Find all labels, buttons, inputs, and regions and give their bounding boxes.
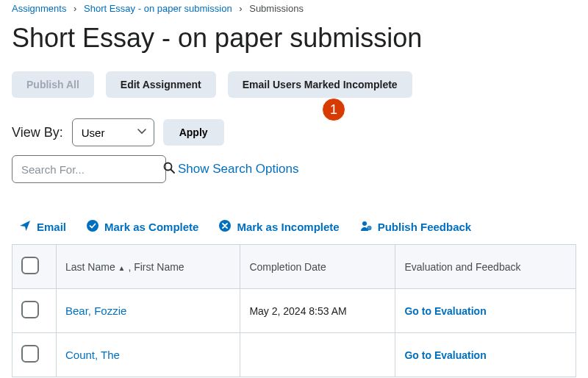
svg-point-4 bbox=[362, 221, 367, 226]
x-circle-icon bbox=[219, 220, 231, 234]
select-all-checkbox[interactable] bbox=[21, 257, 39, 274]
svg-line-1 bbox=[171, 170, 175, 174]
breadcrumb: Assignments › Short Essay - on paper sub… bbox=[12, 0, 576, 17]
table-row: Count, The Go to Evaluation bbox=[12, 333, 576, 377]
search-box[interactable] bbox=[12, 155, 166, 183]
email-incomplete-button[interactable]: Email Users Marked Incomplete bbox=[228, 71, 412, 98]
svg-point-2 bbox=[87, 220, 98, 232]
evaluation-header[interactable]: Evaluation and Feedback bbox=[395, 245, 576, 289]
check-circle-icon bbox=[87, 220, 98, 234]
apply-button[interactable]: Apply bbox=[163, 119, 224, 146]
completion-date-cell: May 2, 2024 8:53 AM bbox=[240, 289, 395, 333]
publish-feedback-label: Publish Feedback bbox=[378, 221, 472, 233]
student-name-link[interactable]: Bear, Fozzie bbox=[65, 304, 126, 317]
view-by-row: View By: Apply bbox=[12, 118, 576, 146]
name-header-suffix: , First Name bbox=[128, 261, 184, 273]
breadcrumb-current: Submissions bbox=[249, 3, 304, 14]
mark-incomplete-label: Mark as Incomplete bbox=[237, 221, 339, 233]
breadcrumb-sep: › bbox=[74, 3, 76, 14]
email-action[interactable]: Email bbox=[19, 220, 66, 234]
publish-all-button[interactable]: Publish All bbox=[12, 71, 94, 98]
name-header[interactable]: Last Name ▲ , First Name bbox=[57, 245, 240, 289]
publish-feedback-action[interactable]: Publish Feedback bbox=[360, 220, 472, 234]
action-button-row: Publish All Edit Assignment Email Users … bbox=[12, 71, 576, 98]
table-row: Bear, Fozzie May 2, 2024 8:53 AM Go to E… bbox=[12, 289, 576, 333]
table-header-row: Last Name ▲ , First Name Completion Date… bbox=[12, 245, 576, 289]
completion-date-cell bbox=[240, 333, 395, 377]
show-search-options-link[interactable]: Show Search Options bbox=[178, 162, 298, 176]
completion-header[interactable]: Completion Date bbox=[240, 245, 395, 289]
student-name-link[interactable]: Count, The bbox=[65, 349, 120, 361]
page-title: Short Essay - on paper submission bbox=[12, 23, 576, 54]
mark-incomplete-action[interactable]: Mark as Incomplete bbox=[219, 220, 339, 234]
breadcrumb-sep: › bbox=[239, 3, 242, 14]
mark-complete-action[interactable]: Mark as Complete bbox=[87, 220, 198, 234]
search-row: Show Search Options bbox=[12, 155, 576, 183]
bulk-action-bar: Email Mark as Complete Mark as Incomplet… bbox=[12, 220, 576, 244]
go-to-evaluation-link[interactable]: Go to Evaluation bbox=[404, 305, 486, 317]
sort-ascending-icon: ▲ bbox=[118, 264, 126, 272]
view-by-label: View By: bbox=[12, 125, 63, 140]
name-header-label: Last Name bbox=[65, 261, 115, 273]
select-all-header bbox=[12, 245, 57, 289]
breadcrumb-link-assignment[interactable]: Short Essay - on paper submission bbox=[84, 3, 232, 14]
publish-icon bbox=[360, 220, 372, 234]
row-checkbox[interactable] bbox=[21, 345, 39, 363]
search-input[interactable] bbox=[20, 163, 162, 176]
send-icon bbox=[19, 220, 31, 234]
row-checkbox[interactable] bbox=[21, 301, 39, 318]
go-to-evaluation-link[interactable]: Go to Evaluation bbox=[404, 349, 486, 361]
submissions-table: Last Name ▲ , First Name Completion Date… bbox=[12, 244, 576, 377]
annotation-badge-1: 1 bbox=[322, 98, 345, 121]
search-icon[interactable] bbox=[162, 161, 176, 177]
email-action-label: Email bbox=[37, 221, 66, 233]
mark-complete-label: Mark as Complete bbox=[104, 221, 198, 233]
view-by-select[interactable] bbox=[72, 118, 154, 146]
edit-assignment-button[interactable]: Edit Assignment bbox=[106, 71, 216, 98]
breadcrumb-link-assignments[interactable]: Assignments bbox=[12, 3, 66, 14]
view-by-value[interactable] bbox=[73, 126, 154, 139]
